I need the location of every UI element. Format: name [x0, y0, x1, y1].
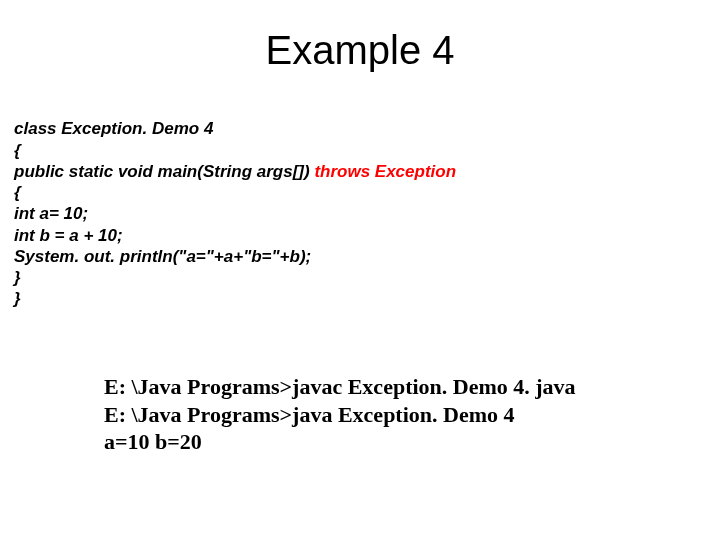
code-line: { [14, 183, 21, 202]
code-line: public static void main(String args[]) [14, 162, 314, 181]
code-line: System. out. println("a="+a+"b="+b); [14, 247, 311, 266]
throws-keyword: throws Exception [314, 162, 456, 181]
code-line: } [14, 289, 21, 308]
code-line: int a= 10; [14, 204, 88, 223]
code-line: class Exception. Demo 4 [14, 119, 213, 138]
code-line: int b = a + 10; [14, 226, 123, 245]
output-block: E: \Java Programs>javac Exception. Demo … [104, 346, 706, 456]
output-line: E: \Java Programs>java Exception. Demo 4 [104, 402, 515, 427]
code-line: { [14, 141, 21, 160]
output-line: a=10 b=20 [104, 429, 202, 454]
slide-title: Example 4 [14, 28, 706, 73]
code-line: } [14, 268, 21, 287]
code-block: class Exception. Demo 4 { public static … [14, 97, 706, 310]
slide: Example 4 class Exception. Demo 4 { publ… [0, 0, 720, 540]
output-line: E: \Java Programs>javac Exception. Demo … [104, 374, 576, 399]
